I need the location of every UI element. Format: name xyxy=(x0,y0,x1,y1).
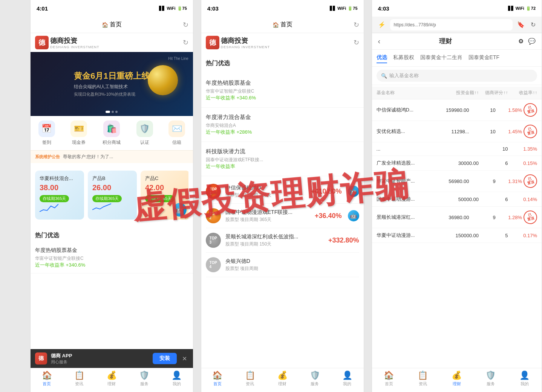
app-install-close[interactable]: ✕ xyxy=(181,354,188,364)
message-icon-3[interactable]: 💬 xyxy=(528,38,536,45)
hot-pick-item-1[interactable]: 年度热销股票基金 华富中证智能产业联接C 近一年收益率 +340.6% xyxy=(31,243,193,273)
tab-home-1[interactable]: 🏠 首页 xyxy=(42,371,52,387)
tpi-type-1: 债券型 项目周期 365天 xyxy=(225,192,306,198)
browser-refresh[interactable]: ↻ xyxy=(529,20,537,30)
pc-return-1: 38.00 xyxy=(40,183,80,192)
back-btn-3[interactable]: ‹ xyxy=(378,37,381,46)
product-section-1: 华夏科技混合... 38.00 存续期365天 产品B 26.00 存续期365… xyxy=(31,166,193,224)
top-badge-1: TOP1 xyxy=(206,184,221,199)
product-card-3[interactable]: 产品C 42.00 存续期365天 🤖 xyxy=(141,171,188,220)
fr-rate-1: 1.58% xyxy=(496,107,522,113)
tab-service-2[interactable]: 🛡️ 服务 xyxy=(310,371,320,387)
hpi-2[interactable]: 年度潜力混合基金 华商安锦混合A 近一年收益率 +286% xyxy=(201,108,364,142)
tpi-2[interactable]: TOP2 国泰中证动漫游戏ETF联接... 股票型 项目周期 365天 +36.… xyxy=(206,204,359,228)
fund-row-6[interactable]: 国泰中证动漫游... 50000.00 6 0.14% xyxy=(372,192,542,207)
checkin-label: 签到 xyxy=(42,139,51,146)
wealth-tab-youxuan[interactable]: 优选 xyxy=(377,53,387,63)
nav-icon-right-1[interactable]: ↻ xyxy=(183,21,188,29)
fund-row-4[interactable]: 广发全球精选股... 30000.00 6 0.15% xyxy=(372,156,542,171)
logo-area-1: 德 德商投资 DESHANG INVERSTMENT xyxy=(35,36,100,49)
quick-action-checkin[interactable]: 📅 签到 xyxy=(38,120,55,146)
url-text: https://des...7789/#/p xyxy=(394,22,436,27)
wealth-tab-private[interactable]: 私募股权 xyxy=(393,53,414,63)
stamp-2: 已置顶 xyxy=(522,123,539,140)
banner-dot-3 xyxy=(115,111,118,113)
browser-url-3[interactable]: https://des...7789/#/p xyxy=(390,19,513,31)
app-install-btn[interactable]: 安装 xyxy=(153,353,177,364)
tab-home-2[interactable]: 🏠 首页 xyxy=(212,371,222,387)
tab-finance-2[interactable]: 💰 理财 xyxy=(277,371,288,387)
browser-bookmark[interactable]: 🔖 xyxy=(516,20,526,30)
refresh-icon-1[interactable]: ↻ xyxy=(183,38,188,47)
hpi-1[interactable]: 年度热销股票基金 华富中证智能产业联接C 近一年收益率 +340.6% xyxy=(201,73,364,108)
wifi-icon-2: WiFi xyxy=(337,6,346,11)
tpi-3[interactable]: TOP3 景顺长城港深红利成长低波指... 股票型 项目周期 150天 +332… xyxy=(206,228,359,253)
fund-row-7[interactable]: 景顺长城港深红... 36980.00 9 1.28% 已置顶 xyxy=(372,207,542,228)
fund-row-2[interactable]: 安优化精选... 11298... 10 1.45% 已置顶 xyxy=(372,121,542,142)
hp-name-1: 华富中证智能产业联接C xyxy=(35,255,188,262)
banner-dot-2 xyxy=(112,111,114,113)
tab-news-icon-2: 📋 xyxy=(245,371,255,380)
fund-row-5[interactable]: 华富中证智能产... 56980.00 9 1.31% 已置顶 xyxy=(372,171,542,192)
tab-mine-1[interactable]: 👤 我的 xyxy=(171,371,182,387)
hpi-left-1: 年度热销股票基金 华富中证智能产业联接C 近一年收益率 +340.6% xyxy=(206,79,256,101)
quick-action-mall[interactable]: 🛍️ 积分商城 xyxy=(103,120,121,146)
tab-finance-icon-1: 💰 xyxy=(107,371,117,380)
tpi-type-3: 股票型 项目周期 150天 xyxy=(225,241,324,247)
coupon-label: 现金券 xyxy=(72,139,86,146)
fr-score-2: 10 xyxy=(469,129,495,134)
hpi-cat-1: 年度热销股票基金 xyxy=(206,79,256,87)
tab-mine-2[interactable]: 👤 我的 xyxy=(342,371,352,387)
tpi-return-3: +332.80% xyxy=(328,236,359,244)
pc-name-1: 华夏科技混合... xyxy=(40,175,80,182)
fund-table-3: 基金名称 投资金额↑↑ 德商评分↑↑ 收益率↑↑ 中信保诚稳鸿D... 1599… xyxy=(372,87,542,243)
quick-action-verify[interactable]: 🛡️ 认证 xyxy=(136,120,153,146)
quick-action-mail[interactable]: ✉️ 信箱 xyxy=(168,120,185,146)
quick-action-coupon[interactable]: 🎫 现金券 xyxy=(70,120,87,146)
product-card-1[interactable]: 华夏科技混合... 38.00 存续期365天 xyxy=(35,171,84,220)
notice-bar-1: 系统维护公告 尊敬的客户:您好！为了... xyxy=(31,150,193,163)
section-header-hot-1: 热门优选 xyxy=(31,227,193,243)
app-install-name: 德商 APP xyxy=(51,352,149,359)
logo-icon-2: 德 xyxy=(206,36,219,49)
tab-finance-1[interactable]: 💰 理财 xyxy=(107,371,117,387)
nav-icon-right-2[interactable]: ↻ xyxy=(354,21,359,29)
tab-news-3[interactable]: 📋 资讯 xyxy=(418,371,428,387)
tab-news-1[interactable]: 📋 资讯 xyxy=(74,371,84,387)
tab-news-2[interactable]: 📋 资讯 xyxy=(245,371,255,387)
hpi-left-3: 科技版块潜力流 国泰中证动漫游戏ETF联接... 近一年收益率 xyxy=(206,148,263,170)
logo-main-2: 德商投资 xyxy=(221,36,270,45)
verify-label: 认证 xyxy=(140,139,149,146)
fr-rate-7: 1.28% xyxy=(496,215,522,220)
hpi-3[interactable]: 科技版块潜力流 国泰中证动漫游戏ETF联接... 近一年收益率 xyxy=(201,142,364,176)
fund-row-8[interactable]: 华夏中证动漫游... 150000.00 5 0.17% xyxy=(372,228,542,243)
tab-home-label-3: 首页 xyxy=(385,381,393,387)
mall-icon: 🛍️ xyxy=(103,120,120,137)
tpi-4[interactable]: TOP4 央银兴德D 股票型 项目周期 xyxy=(206,253,359,277)
refresh-icon-2[interactable]: ↻ xyxy=(354,38,359,47)
search-input-3[interactable]: 🔍 输入基金名称 xyxy=(377,70,537,82)
wealth-title-3: 理财 xyxy=(385,37,506,46)
fund-row-3[interactable]: ... 10 1.35% xyxy=(372,142,542,156)
hpi-name-2: 华商安锦混合A xyxy=(206,122,252,129)
product-card-2[interactable]: 产品B 26.00 存续期365天 xyxy=(88,171,137,220)
tab-finance-3[interactable]: 💰 理财 xyxy=(452,371,462,387)
tab-service-1[interactable]: 🛡️ 服务 xyxy=(139,371,149,387)
fr-name-3: ... xyxy=(377,146,435,152)
wealth-tabs-3: 优选 私募股权 国泰黄金十二生肖 国泰黄金ETF xyxy=(372,50,542,67)
tab-service-label-1: 服务 xyxy=(140,381,149,387)
notice-label-1: 系统维护公告 xyxy=(35,154,60,160)
hp-category-1: 年度热销股票基金 xyxy=(35,247,188,254)
tab-mine-label-2: 我的 xyxy=(343,381,351,387)
hpi-name-3: 国泰中证动漫游戏ETF联接... xyxy=(206,157,263,163)
tab-home-3[interactable]: 🏠 首页 xyxy=(384,371,394,387)
tab-service-3[interactable]: 🛡️ 服务 xyxy=(485,371,496,387)
fr-rate-6: 0.14% xyxy=(508,197,537,202)
wealth-tab-gold12[interactable]: 国泰黄金十二生肖 xyxy=(420,53,462,63)
wealth-tab-goldetf[interactable]: 国泰黄金ETF xyxy=(469,53,499,63)
banner-desc-1: 实现日化盈利3%-10%的优异表现 xyxy=(74,92,149,97)
fund-row-1[interactable]: 中信保诚稳鸿D... 159980.00 10 1.58% 已置顶 xyxy=(372,99,542,121)
tpi-1[interactable]: TOP1 中信保诚稳鸿D 债券型 项目周期 365天 +410.80% 🤖 xyxy=(206,179,359,204)
settings-icon-3[interactable]: ⚙ xyxy=(518,38,524,45)
tab-mine-3[interactable]: 👤 我的 xyxy=(519,371,530,387)
